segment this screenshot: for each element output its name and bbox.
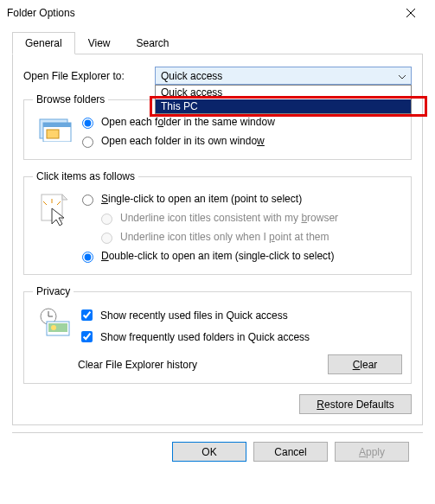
radio-underline-browser-input — [101, 214, 112, 225]
radio-double-click-label: Double-click to open an item (single-cli… — [101, 250, 334, 262]
check-frequent-folders-label: Show frequently used folders in Quick ac… — [100, 331, 310, 343]
chevron-down-icon — [399, 70, 406, 82]
close-button[interactable] — [393, 1, 428, 25]
window-title: Folder Options — [7, 7, 393, 19]
radio-same-window[interactable]: Open each folder in the same window — [78, 112, 402, 131]
clear-history-label: Clear File Explorer history — [78, 359, 328, 371]
radio-own-window-label: Open each folder in its own window — [101, 135, 265, 147]
radio-underline-browser: Underline icon titles consistent with my… — [78, 208, 402, 227]
check-frequent-folders[interactable]: Show frequently used folders in Quick ac… — [78, 326, 402, 348]
tab-general[interactable]: General — [12, 32, 75, 54]
radio-single-click-input[interactable] — [82, 195, 93, 206]
tab-view[interactable]: View — [75, 32, 124, 54]
click-items-legend: Click items as follows — [33, 170, 138, 182]
svg-rect-2 — [43, 123, 71, 127]
browse-folders-legend: Browse folders — [33, 93, 108, 105]
cancel-button[interactable]: Cancel — [253, 442, 328, 462]
radio-underline-point-input — [101, 233, 112, 244]
dropdown-option-quick-access[interactable]: Quick access — [156, 86, 411, 99]
apply-button: Apply — [335, 442, 409, 462]
dropdown-option-this-pc[interactable]: This PC — [156, 99, 411, 113]
svg-point-13 — [51, 325, 56, 330]
radio-double-click-input[interactable] — [82, 252, 93, 263]
radio-own-window[interactable]: Open each folder in its own window — [78, 131, 402, 150]
restore-defaults-button[interactable]: Restore Defaults — [299, 394, 412, 414]
radio-underline-point-label: Underline icon titles only when I point … — [120, 231, 329, 243]
radio-double-click[interactable]: Double-click to open an item (single-cli… — [78, 246, 402, 265]
open-explorer-dropdown[interactable]: Quick access Quick access This PC — [155, 67, 412, 85]
ok-button[interactable]: OK — [172, 442, 246, 462]
radio-single-click-label: Single-click to open an item (point to s… — [101, 193, 302, 205]
folder-window-icon — [38, 116, 73, 142]
radio-underline-point: Underline icon titles only when I point … — [78, 227, 402, 246]
dropdown-selected: Quick access — [161, 70, 222, 82]
privacy-legend: Privacy — [33, 285, 74, 297]
click-items-group: Click items as follows Single-click to o… — [23, 170, 412, 275]
close-icon — [406, 9, 415, 17]
tab-bar: General View Search — [12, 31, 423, 54]
privacy-icon — [38, 308, 73, 337]
radio-single-click[interactable]: Single-click to open an item (point to s… — [78, 189, 402, 208]
clear-button[interactable]: Clear — [328, 354, 402, 374]
general-panel: Open File Explorer to: Quick access Quic… — [12, 54, 423, 425]
open-explorer-label: Open File Explorer to: — [23, 70, 155, 82]
dropdown-list: Quick access This PC — [155, 85, 412, 114]
cursor-page-icon — [40, 193, 71, 229]
check-recent-files-input[interactable] — [81, 309, 93, 321]
check-frequent-folders-input[interactable] — [81, 331, 93, 342]
privacy-group: Privacy Show recently used files in Quic… — [23, 285, 412, 384]
radio-same-window-label: Open each folder in the same window — [101, 116, 275, 128]
check-recent-files[interactable]: Show recently used files in Quick access — [78, 304, 402, 326]
radio-own-window-input[interactable] — [82, 137, 93, 148]
radio-same-window-input[interactable] — [82, 118, 93, 129]
radio-underline-browser-label: Underline icon titles consistent with my… — [120, 212, 338, 224]
check-recent-files-label: Show recently used files in Quick access — [100, 309, 288, 322]
tab-search[interactable]: Search — [124, 32, 182, 54]
svg-rect-3 — [47, 130, 59, 138]
